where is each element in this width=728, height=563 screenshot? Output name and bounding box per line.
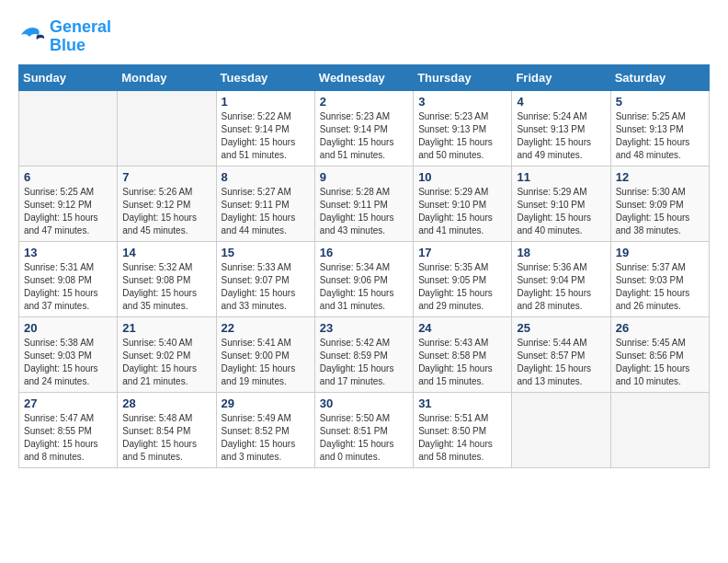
calendar-day-cell: 10Sunrise: 5:29 AM Sunset: 9:10 PM Dayli… bbox=[414, 166, 512, 241]
day-info: Sunrise: 5:25 AM Sunset: 9:12 PM Dayligh… bbox=[24, 186, 112, 237]
day-info: Sunrise: 5:44 AM Sunset: 8:57 PM Dayligh… bbox=[517, 337, 605, 388]
day-info: Sunrise: 5:29 AM Sunset: 9:10 PM Dayligh… bbox=[517, 186, 605, 237]
day-info: Sunrise: 5:32 AM Sunset: 9:08 PM Dayligh… bbox=[122, 261, 210, 313]
day-info: Sunrise: 5:49 AM Sunset: 8:52 PM Dayligh… bbox=[222, 412, 310, 464]
calendar-day-cell: 12Sunrise: 5:30 AM Sunset: 9:09 PM Dayli… bbox=[610, 166, 709, 241]
day-info: Sunrise: 5:50 AM Sunset: 8:51 PM Dayligh… bbox=[320, 412, 408, 464]
calendar-week-row: 1Sunrise: 5:22 AM Sunset: 9:14 PM Daylig… bbox=[19, 90, 710, 166]
day-number: 13 bbox=[24, 246, 112, 259]
calendar-day-cell: 23Sunrise: 5:42 AM Sunset: 8:59 PM Dayli… bbox=[314, 316, 413, 392]
day-number: 11 bbox=[517, 170, 605, 184]
day-info: Sunrise: 5:30 AM Sunset: 9:09 PM Dayligh… bbox=[616, 186, 704, 237]
page-header: General Blue bbox=[18, 18, 710, 55]
day-number: 14 bbox=[122, 246, 210, 259]
day-info: Sunrise: 5:25 AM Sunset: 9:13 PM Dayligh… bbox=[616, 110, 704, 162]
calendar-day-cell: 4Sunrise: 5:24 AM Sunset: 9:13 PM Daylig… bbox=[512, 90, 610, 166]
day-info: Sunrise: 5:23 AM Sunset: 9:13 PM Dayligh… bbox=[418, 110, 506, 162]
calendar-day-cell: 1Sunrise: 5:22 AM Sunset: 9:14 PM Daylig… bbox=[216, 90, 314, 166]
weekday-header: Wednesday bbox=[314, 64, 413, 90]
day-number: 19 bbox=[616, 246, 704, 259]
calendar-day-cell: 30Sunrise: 5:50 AM Sunset: 8:51 PM Dayli… bbox=[314, 392, 413, 467]
calendar-week-row: 6Sunrise: 5:25 AM Sunset: 9:12 PM Daylig… bbox=[19, 166, 710, 241]
calendar-day-cell: 21Sunrise: 5:40 AM Sunset: 9:02 PM Dayli… bbox=[118, 316, 216, 392]
day-number: 9 bbox=[320, 170, 408, 184]
day-info: Sunrise: 5:26 AM Sunset: 9:12 PM Dayligh… bbox=[122, 186, 210, 237]
weekday-header: Monday bbox=[118, 64, 216, 90]
day-info: Sunrise: 5:34 AM Sunset: 9:06 PM Dayligh… bbox=[320, 261, 408, 313]
day-info: Sunrise: 5:28 AM Sunset: 9:11 PM Dayligh… bbox=[320, 186, 408, 237]
calendar-day-cell: 8Sunrise: 5:27 AM Sunset: 9:11 PM Daylig… bbox=[216, 166, 314, 241]
calendar-day-cell bbox=[118, 90, 216, 166]
day-info: Sunrise: 5:38 AM Sunset: 9:03 PM Dayligh… bbox=[24, 337, 112, 388]
day-number: 31 bbox=[418, 396, 506, 410]
day-number: 5 bbox=[616, 95, 704, 109]
calendar-week-row: 20Sunrise: 5:38 AM Sunset: 9:03 PM Dayli… bbox=[19, 316, 710, 392]
calendar-day-cell: 5Sunrise: 5:25 AM Sunset: 9:13 PM Daylig… bbox=[610, 90, 709, 166]
calendar-day-cell: 25Sunrise: 5:44 AM Sunset: 8:57 PM Dayli… bbox=[512, 316, 610, 392]
day-info: Sunrise: 5:33 AM Sunset: 9:07 PM Dayligh… bbox=[222, 261, 310, 313]
day-number: 25 bbox=[517, 321, 605, 335]
day-number: 7 bbox=[122, 170, 210, 184]
day-number: 15 bbox=[222, 246, 310, 259]
day-info: Sunrise: 5:51 AM Sunset: 8:50 PM Dayligh… bbox=[418, 412, 506, 464]
calendar-table: SundayMondayTuesdayWednesdayThursdayFrid… bbox=[18, 64, 710, 468]
calendar-day-cell: 20Sunrise: 5:38 AM Sunset: 9:03 PM Dayli… bbox=[19, 316, 118, 392]
day-info: Sunrise: 5:31 AM Sunset: 9:08 PM Dayligh… bbox=[24, 261, 112, 313]
calendar-day-cell: 26Sunrise: 5:45 AM Sunset: 8:56 PM Dayli… bbox=[610, 316, 709, 392]
calendar-day-cell: 28Sunrise: 5:48 AM Sunset: 8:54 PM Dayli… bbox=[118, 392, 216, 467]
day-number: 22 bbox=[222, 321, 310, 335]
weekday-header: Tuesday bbox=[216, 64, 314, 90]
day-number: 21 bbox=[122, 321, 210, 335]
day-info: Sunrise: 5:29 AM Sunset: 9:10 PM Dayligh… bbox=[418, 186, 506, 237]
weekday-header: Sunday bbox=[19, 64, 118, 90]
day-number: 8 bbox=[222, 170, 310, 184]
calendar-day-cell: 15Sunrise: 5:33 AM Sunset: 9:07 PM Dayli… bbox=[216, 241, 314, 316]
logo: General Blue bbox=[18, 18, 111, 55]
day-number: 10 bbox=[418, 170, 506, 184]
calendar-week-row: 13Sunrise: 5:31 AM Sunset: 9:08 PM Dayli… bbox=[19, 241, 710, 316]
calendar-day-cell: 16Sunrise: 5:34 AM Sunset: 9:06 PM Dayli… bbox=[314, 241, 413, 316]
weekday-header: Saturday bbox=[610, 64, 709, 90]
day-number: 6 bbox=[24, 170, 112, 184]
day-number: 2 bbox=[320, 95, 408, 109]
day-info: Sunrise: 5:23 AM Sunset: 9:14 PM Dayligh… bbox=[320, 110, 408, 162]
day-number: 26 bbox=[616, 321, 704, 335]
day-number: 16 bbox=[320, 246, 408, 259]
calendar-header-row: SundayMondayTuesdayWednesdayThursdayFrid… bbox=[19, 64, 710, 90]
day-info: Sunrise: 5:27 AM Sunset: 9:11 PM Dayligh… bbox=[222, 186, 310, 237]
calendar-day-cell: 13Sunrise: 5:31 AM Sunset: 9:08 PM Dayli… bbox=[19, 241, 118, 316]
day-info: Sunrise: 5:43 AM Sunset: 8:58 PM Dayligh… bbox=[418, 337, 506, 388]
calendar-day-cell: 29Sunrise: 5:49 AM Sunset: 8:52 PM Dayli… bbox=[216, 392, 314, 467]
day-number: 24 bbox=[418, 321, 506, 335]
day-info: Sunrise: 5:48 AM Sunset: 8:54 PM Dayligh… bbox=[122, 412, 210, 464]
day-info: Sunrise: 5:35 AM Sunset: 9:05 PM Dayligh… bbox=[418, 261, 506, 313]
day-number: 27 bbox=[24, 396, 112, 410]
calendar-day-cell bbox=[610, 392, 709, 467]
day-number: 23 bbox=[320, 321, 408, 335]
calendar-day-cell: 17Sunrise: 5:35 AM Sunset: 9:05 PM Dayli… bbox=[414, 241, 512, 316]
calendar-day-cell bbox=[512, 392, 610, 467]
day-number: 17 bbox=[418, 246, 506, 259]
day-number: 29 bbox=[222, 396, 310, 410]
day-number: 28 bbox=[122, 396, 210, 410]
calendar-day-cell: 31Sunrise: 5:51 AM Sunset: 8:50 PM Dayli… bbox=[414, 392, 512, 467]
weekday-header: Thursday bbox=[414, 64, 512, 90]
calendar-day-cell: 3Sunrise: 5:23 AM Sunset: 9:13 PM Daylig… bbox=[414, 90, 512, 166]
calendar-day-cell: 27Sunrise: 5:47 AM Sunset: 8:55 PM Dayli… bbox=[19, 392, 118, 467]
day-info: Sunrise: 5:24 AM Sunset: 9:13 PM Dayligh… bbox=[517, 110, 605, 162]
day-info: Sunrise: 5:40 AM Sunset: 9:02 PM Dayligh… bbox=[122, 337, 210, 388]
calendar-day-cell: 9Sunrise: 5:28 AM Sunset: 9:11 PM Daylig… bbox=[314, 166, 413, 241]
logo-bird-icon bbox=[18, 26, 46, 48]
calendar-day-cell bbox=[19, 90, 118, 166]
calendar-day-cell: 11Sunrise: 5:29 AM Sunset: 9:10 PM Dayli… bbox=[512, 166, 610, 241]
day-number: 1 bbox=[222, 95, 310, 109]
calendar-day-cell: 19Sunrise: 5:37 AM Sunset: 9:03 PM Dayli… bbox=[610, 241, 709, 316]
calendar-week-row: 27Sunrise: 5:47 AM Sunset: 8:55 PM Dayli… bbox=[19, 392, 710, 467]
day-info: Sunrise: 5:22 AM Sunset: 9:14 PM Dayligh… bbox=[222, 110, 310, 162]
day-number: 30 bbox=[320, 396, 408, 410]
day-number: 3 bbox=[418, 95, 506, 109]
day-info: Sunrise: 5:45 AM Sunset: 8:56 PM Dayligh… bbox=[616, 337, 704, 388]
day-number: 12 bbox=[616, 170, 704, 184]
logo-text: General Blue bbox=[50, 18, 111, 55]
day-info: Sunrise: 5:42 AM Sunset: 8:59 PM Dayligh… bbox=[320, 337, 408, 388]
